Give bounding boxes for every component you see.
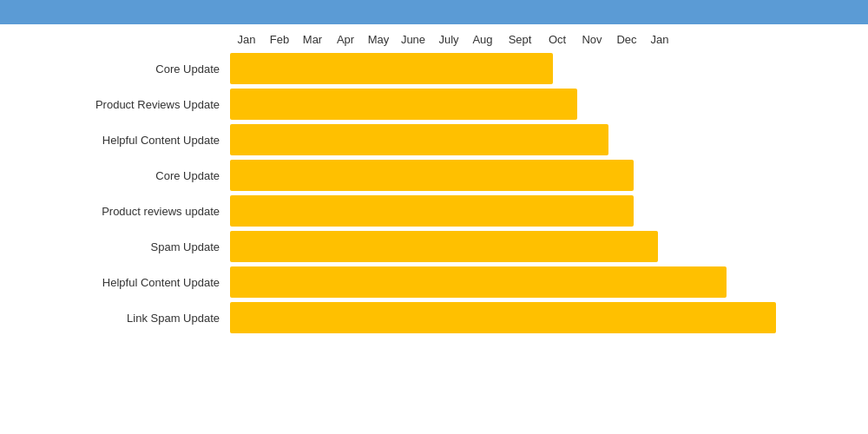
month-label: Mar xyxy=(296,33,329,46)
bar xyxy=(230,195,634,227)
bar-row: Product Reviews Update xyxy=(17,89,851,120)
bar xyxy=(230,53,553,84)
month-label: Nov xyxy=(574,33,610,46)
bar-row: Helpful Content Update xyxy=(17,266,851,298)
chart-area: JanFebMarAprMayJuneJulyAugSeptOctNovDecJ… xyxy=(0,24,868,342)
month-label: Jan xyxy=(643,33,676,46)
bar-wrapper xyxy=(230,160,851,191)
bar xyxy=(230,231,658,262)
month-label: June xyxy=(395,33,431,46)
bar-label: Product Reviews Update xyxy=(17,98,230,111)
bar-wrapper xyxy=(230,231,851,262)
bar-row: Core Update xyxy=(17,160,851,191)
month-axis: JanFebMarAprMayJuneJulyAugSeptOctNovDecJ… xyxy=(230,33,851,46)
bar-label: Helpful Content Update xyxy=(17,134,230,147)
month-label: Dec xyxy=(610,33,643,46)
month-label: Sept xyxy=(499,33,541,46)
bar-wrapper xyxy=(230,302,851,333)
bar-wrapper xyxy=(230,195,851,227)
header xyxy=(0,0,868,24)
bar-row: Link Spam Update xyxy=(17,302,851,333)
bar-wrapper xyxy=(230,124,851,155)
bar xyxy=(230,89,577,120)
bar-row: Product reviews update xyxy=(17,195,851,227)
month-label: Aug xyxy=(466,33,499,46)
bar-wrapper xyxy=(230,89,851,120)
bar-row: Spam Update xyxy=(17,231,851,262)
bar-wrapper xyxy=(230,53,851,84)
month-label: May xyxy=(362,33,395,46)
bar-label: Spam Update xyxy=(17,240,230,253)
month-label: July xyxy=(431,33,466,46)
month-label: Oct xyxy=(541,33,574,46)
month-label: Jan xyxy=(230,33,263,46)
bar-label: Helpful Content Update xyxy=(17,276,230,289)
bar-row: Helpful Content Update xyxy=(17,124,851,155)
bar-label: Link Spam Update xyxy=(17,312,230,325)
month-label: Apr xyxy=(329,33,362,46)
bar xyxy=(230,160,634,191)
bar-label: Core Update xyxy=(17,169,230,182)
bars-container: Core UpdateProduct Reviews UpdateHelpful… xyxy=(17,53,851,333)
bar xyxy=(230,266,727,298)
bar-label: Product reviews update xyxy=(17,205,230,218)
bar-row: Core Update xyxy=(17,53,851,84)
bar-wrapper xyxy=(230,266,851,298)
bar xyxy=(230,124,608,155)
bar xyxy=(230,302,776,333)
bar-label: Core Update xyxy=(17,62,230,76)
month-label: Feb xyxy=(263,33,296,46)
